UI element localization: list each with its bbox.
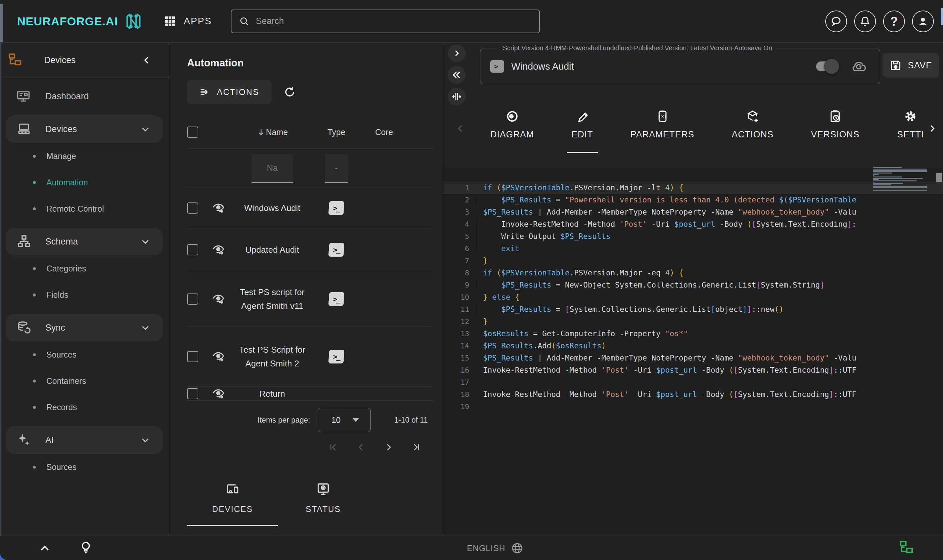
autosave-toggle[interactable] — [816, 62, 837, 71]
bullet-icon — [33, 181, 36, 184]
code-line: 17 — [444, 376, 943, 388]
right-scrollbar-thumb[interactable] — [941, 8, 943, 25]
sidebar-item[interactable]: Dashboard — [0, 83, 169, 109]
powershell-type-icon: >_ — [328, 350, 345, 363]
sidebar-collapse-button[interactable] — [142, 55, 152, 65]
select-all-checkbox[interactable] — [187, 126, 198, 138]
sidebar-group[interactable]: AI — [6, 426, 163, 454]
refresh-button[interactable] — [283, 85, 296, 98]
save-icon — [889, 59, 902, 72]
sidebar-subitem[interactable]: Records — [0, 394, 169, 420]
actions-button[interactable]: ACTIONS — [187, 80, 271, 104]
language-selector[interactable]: ENGLISH — [467, 536, 524, 560]
column-header-core[interactable]: Core — [363, 128, 405, 137]
code-line: 6 exit — [444, 243, 943, 255]
table-row[interactable]: Windows Audit >_ — [187, 188, 433, 228]
row-checkbox[interactable] — [187, 388, 198, 399]
tab-edit[interactable]: EDIT — [567, 102, 598, 153]
sidebar-subitem[interactable]: Categories — [0, 255, 169, 282]
tab-actions[interactable]: ACTIONS — [727, 102, 778, 153]
sidebar-group[interactable]: Schema — [6, 228, 163, 255]
sidebar-subitem[interactable]: Containers — [0, 368, 169, 394]
table-row[interactable]: Test PS script for Agent Smith v11 >_ — [187, 271, 433, 327]
chat-icon — [830, 15, 842, 28]
code-line: 16 Invoke-RestMethod -Method 'Post' -Uri… — [444, 364, 943, 376]
editor-tabs: DIAGRAM EDIT (x) PARAMETERS ACTIONS VERS… — [444, 102, 943, 153]
column-header-type[interactable]: Type — [310, 128, 363, 137]
line-number: 15 — [444, 352, 475, 364]
collapse-all-button[interactable] — [448, 66, 465, 84]
tab-diagram[interactable]: DIAGRAM — [485, 102, 539, 153]
line-number: 12 — [444, 315, 475, 328]
account-button[interactable] — [912, 11, 934, 32]
table-row[interactable]: Test PS Script for Agent Smith 2 >_ — [187, 327, 433, 386]
row-checkbox[interactable] — [187, 294, 198, 305]
preview-eye-icon[interactable] — [211, 349, 226, 364]
table-row[interactable]: Return >_ — [187, 386, 433, 401]
apps-grid-icon[interactable] — [163, 15, 177, 28]
tabs-scroll-left-button[interactable] — [455, 123, 465, 134]
left-scrollbar-track[interactable] — [0, 43, 1, 536]
first-page-button[interactable] — [328, 442, 338, 452]
name-filter-input[interactable] — [251, 154, 293, 183]
network-status-icon[interactable] — [898, 540, 914, 556]
preview-eye-icon[interactable] — [211, 292, 226, 306]
row-checkbox[interactable] — [187, 244, 198, 255]
row-checkbox[interactable] — [187, 202, 198, 214]
row-checkbox[interactable] — [187, 351, 198, 362]
chevron-down-icon — [140, 124, 150, 134]
sidebar-subitem[interactable]: Manage — [0, 143, 169, 169]
hints-button[interactable] — [78, 539, 94, 556]
table-row[interactable]: Updated Audit >_ — [187, 228, 433, 271]
sidebar-group-icon — [17, 234, 32, 249]
line-content: } — [475, 315, 488, 328]
pagination: Items per page: 10 1-10 of 11 — [187, 401, 433, 460]
tab-settings[interactable]: SETTI — [892, 102, 929, 153]
editor-scrollbar-thumb[interactable] — [936, 173, 942, 182]
type-filter-input[interactable] — [325, 154, 348, 183]
preview-eye-icon[interactable] — [211, 386, 226, 401]
line-number: 2 — [444, 194, 475, 206]
sidebar-subitem[interactable]: Fields — [0, 282, 169, 308]
tab-status[interactable]: STATUS — [278, 480, 368, 526]
cloud-sync-icon[interactable] — [850, 58, 867, 75]
chevron-down-icon — [140, 237, 150, 246]
refresh-icon — [283, 85, 296, 98]
code-editor[interactable]: 1 if ($PSVersionTable.PSVersion.Major -l… — [444, 167, 943, 536]
line-content: Write-Output $PS_Results — [475, 230, 610, 243]
line-number: 9 — [444, 279, 475, 291]
notifications-button[interactable] — [854, 11, 876, 32]
tabs-scroll-right-button[interactable] — [927, 123, 937, 134]
preview-eye-icon[interactable] — [211, 243, 226, 257]
sidebar-subitem[interactable]: Sources — [0, 342, 169, 368]
editor-minimap[interactable] — [873, 167, 933, 192]
sidebar-subitem[interactable]: Remote Control — [0, 195, 169, 222]
left-scrollbar[interactable] — [0, 4, 3, 42]
collapse-bottom-button[interactable] — [39, 543, 51, 554]
tab-parameters[interactable]: (x) PARAMETERS — [626, 102, 699, 153]
resize-split-button[interactable] — [448, 88, 465, 106]
sidebar-group[interactable]: Devices — [6, 115, 163, 143]
actions-box-plus-icon — [746, 109, 760, 123]
chat-button[interactable] — [825, 11, 847, 32]
sidebar-group[interactable]: Sync — [6, 314, 163, 342]
preview-eye-icon[interactable] — [211, 201, 226, 215]
search-input[interactable] — [255, 16, 534, 27]
sidebar-subitem[interactable]: Sources — [0, 454, 169, 480]
double-chevron-left-icon — [452, 70, 462, 80]
column-header-name[interactable]: Name — [234, 128, 310, 137]
save-button[interactable]: SAVE — [883, 53, 939, 78]
prev-page-button[interactable] — [356, 442, 366, 452]
tab-versions[interactable]: VERSIONS — [807, 102, 864, 153]
help-button[interactable]: ? — [883, 11, 905, 32]
toggle-knob — [824, 59, 839, 74]
last-page-button[interactable] — [411, 442, 421, 452]
expand-panel-button[interactable] — [448, 45, 465, 62]
next-page-button[interactable] — [384, 442, 394, 452]
apps-button[interactable]: APPS — [184, 16, 212, 27]
code-line: 1 if ($PSVersionTable.PSVersion.Major -l… — [444, 182, 943, 194]
brand-logo-text[interactable]: NEURAFORGE.AI — [17, 15, 118, 28]
page-size-select[interactable]: 10 — [318, 408, 371, 432]
sidebar-subitem[interactable]: Automation — [0, 169, 169, 195]
tab-devices[interactable]: DEVICES — [187, 480, 278, 526]
